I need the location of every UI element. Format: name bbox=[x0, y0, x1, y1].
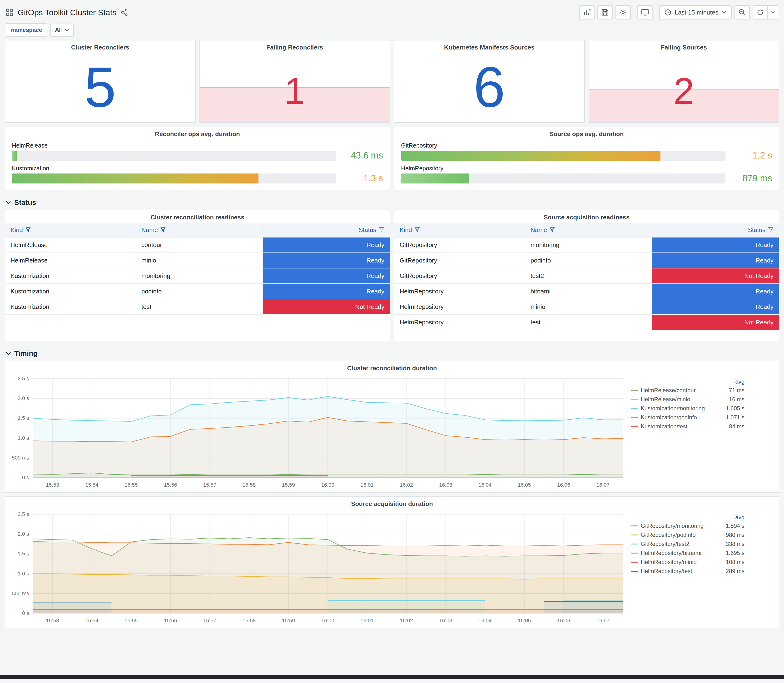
chart-legend: avgGitRepository/monitoring1.594 sGitRep… bbox=[631, 513, 746, 628]
panel-title[interactable]: Source ops avg. duration bbox=[394, 127, 779, 140]
gauge-line: 879 ms bbox=[401, 173, 772, 183]
section-row-timing[interactable]: Timing bbox=[5, 345, 779, 361]
variable-namespace-dropdown[interactable]: All bbox=[50, 24, 74, 37]
cycle-view-button[interactable] bbox=[637, 5, 653, 19]
filter-icon[interactable] bbox=[379, 227, 385, 232]
legend-item-kustomization-test[interactable]: Kustomization/test84 ms bbox=[631, 422, 746, 431]
panel-title[interactable]: Reconciler ops avg. duration bbox=[5, 127, 390, 140]
share-icon[interactable] bbox=[121, 9, 128, 16]
time-series-plot-area[interactable]: 0 s500 ms1.0 s1.5 s2.0 s2.5 s15:5315:541… bbox=[6, 510, 627, 628]
series-name: GitRepository/test2 bbox=[641, 539, 689, 548]
filter-icon[interactable] bbox=[25, 227, 31, 232]
gauge-label: HelmRepository bbox=[401, 165, 772, 172]
y-axis-label: 0 s bbox=[22, 475, 29, 481]
panel-title[interactable]: Cluster Reconcilers bbox=[5, 40, 195, 53]
legend-avg-header: avg bbox=[631, 513, 746, 521]
filter-icon[interactable] bbox=[160, 227, 166, 232]
time-series-svg[interactable]: 0 s500 ms1.0 s1.5 s2.0 s2.5 s15:5315:541… bbox=[6, 510, 627, 627]
section-row-status[interactable]: Status bbox=[5, 194, 779, 210]
gauge-fill-bar bbox=[12, 151, 17, 160]
y-axis-label: 1.5 s bbox=[18, 551, 29, 556]
legend-item-kustomization-monitoring[interactable]: Kustomization/monitoring1.605 s bbox=[631, 404, 746, 413]
panel-title[interactable]: Kubernetes Manifests Sources bbox=[394, 40, 584, 53]
time-series-plot-area[interactable]: 0 s500 ms1.0 s1.5 s2.0 s2.5 s15:5315:541… bbox=[6, 375, 627, 492]
legend-item-helmrelease-minio[interactable]: HelmRelease/minio16 ms bbox=[631, 395, 746, 404]
time-series-svg[interactable]: 0 s500 ms1.0 s1.5 s2.0 s2.5 s15:5315:541… bbox=[6, 375, 627, 491]
x-axis-label: 15:59 bbox=[282, 482, 295, 488]
series-color-swatch bbox=[631, 534, 638, 535]
gauge-fill-bar bbox=[401, 173, 469, 183]
table-row: GitRepositorymonitoringReady bbox=[394, 237, 779, 253]
column-header-kind[interactable]: Kind bbox=[5, 223, 136, 237]
column-header-status[interactable]: Status bbox=[652, 223, 779, 237]
legend-item-gitrepository-test2[interactable]: GitRepository/test2338 ms bbox=[631, 539, 746, 548]
stat-value: 5 bbox=[84, 59, 116, 115]
series-avg-value: 980 ms bbox=[726, 531, 746, 539]
legend-item-helmrepository-minio[interactable]: HelmRepository/minio108 ms bbox=[631, 558, 746, 567]
column-header-name[interactable]: Name bbox=[136, 223, 263, 237]
panel-title[interactable]: Source acquisition duration bbox=[5, 497, 779, 510]
x-axis-label: 15:58 bbox=[242, 617, 256, 624]
dashboard-page: GitOps Toolkit Cluster Stats La bbox=[0, 0, 784, 679]
cell-kind: GitRepository bbox=[394, 253, 525, 268]
legend-avg-header: avg bbox=[631, 378, 746, 386]
cell-name: contour bbox=[136, 237, 263, 253]
x-axis-label: 16:03 bbox=[439, 617, 452, 624]
variable-label-namespace: namespace bbox=[6, 23, 47, 37]
cell-kind: GitRepository bbox=[394, 268, 525, 284]
cell-name: podinfo bbox=[525, 253, 652, 268]
dashboard-grid-icon[interactable] bbox=[6, 8, 13, 16]
x-axis-label: 16:03 bbox=[439, 482, 452, 488]
table-row: HelmRepositoryminioReady bbox=[394, 299, 779, 314]
time-range-picker[interactable]: Last 15 minutes bbox=[659, 5, 732, 19]
add-panel-button[interactable] bbox=[579, 5, 595, 19]
panel-title[interactable]: Failing Sources bbox=[589, 40, 779, 53]
series-color-swatch bbox=[631, 399, 638, 400]
series-name: HelmRelease/minio bbox=[641, 395, 690, 404]
refresh-interval-caret[interactable] bbox=[768, 5, 778, 19]
legend-item-gitrepository-monitoring[interactable]: GitRepository/monitoring1.594 s bbox=[631, 521, 746, 531]
legend-item-helmrelease-contour[interactable]: HelmRelease/contour71 ms bbox=[631, 386, 746, 395]
column-header-kind[interactable]: Kind bbox=[394, 223, 525, 237]
stat-value-wrap: 2 bbox=[589, 52, 779, 122]
chart-panel-source-acquisition-duration: Source acquisition duration0 s500 ms1.0 … bbox=[5, 496, 779, 628]
legend-item-kustomization-podinfo[interactable]: Kustomization/podinfo1.071 s bbox=[631, 413, 746, 422]
series-name: HelmRelease/contour bbox=[641, 386, 696, 395]
series-name: HelmRepository/test bbox=[641, 567, 692, 576]
series-name: Kustomization/test bbox=[641, 422, 687, 431]
column-header-name[interactable]: Name bbox=[525, 223, 652, 237]
zoom-out-time-button[interactable] bbox=[734, 5, 750, 19]
cell-status-badge: Ready bbox=[263, 268, 390, 284]
cell-kind: Kustomization bbox=[5, 268, 136, 284]
gauge-value: 43.6 ms bbox=[342, 151, 383, 160]
column-header-status[interactable]: Status bbox=[263, 223, 390, 237]
dashboard-header: GitOps Toolkit Cluster Stats La bbox=[5, 0, 779, 22]
series-color-swatch bbox=[631, 408, 638, 409]
stat-value: 1 bbox=[284, 72, 305, 109]
filter-icon[interactable] bbox=[549, 227, 555, 232]
legend-item-helmrepository-bitnami[interactable]: HelmRepository/bitnami1.695 s bbox=[631, 548, 746, 558]
dashboard-settings-button[interactable] bbox=[616, 5, 631, 19]
x-axis-label: 16:04 bbox=[478, 617, 492, 624]
legend-item-gitrepository-podinfo[interactable]: GitRepository/podinfo980 ms bbox=[631, 531, 746, 539]
panel-title[interactable]: Failing Reconcilers bbox=[200, 40, 390, 53]
refresh-button[interactable] bbox=[753, 5, 768, 19]
panel-title[interactable]: Source acquisition readiness bbox=[394, 210, 779, 223]
filter-icon[interactable] bbox=[768, 227, 774, 232]
save-dashboard-button[interactable] bbox=[597, 5, 612, 19]
series-color-swatch bbox=[631, 426, 638, 427]
filter-icon[interactable] bbox=[414, 227, 420, 232]
x-axis-label: 16:06 bbox=[557, 617, 570, 624]
cell-status-badge: Not Ready bbox=[263, 299, 390, 314]
series-name: GitRepository/podinfo bbox=[641, 531, 696, 539]
x-axis-label: 16:02 bbox=[400, 617, 413, 624]
cell-name: minio bbox=[136, 253, 263, 268]
section-title: Timing bbox=[14, 350, 38, 358]
legend-item-helmrepository-test[interactable]: HelmRepository/test289 ms bbox=[631, 567, 746, 576]
panel-title[interactable]: Cluster reconciliation readiness bbox=[5, 210, 390, 223]
panel-title[interactable]: Cluster reconciliation duration bbox=[5, 361, 779, 374]
clock-icon bbox=[665, 9, 671, 16]
x-axis-label: 16:01 bbox=[361, 482, 374, 488]
time-range-label: Last 15 minutes bbox=[675, 9, 718, 16]
series-color-swatch bbox=[631, 553, 638, 553]
